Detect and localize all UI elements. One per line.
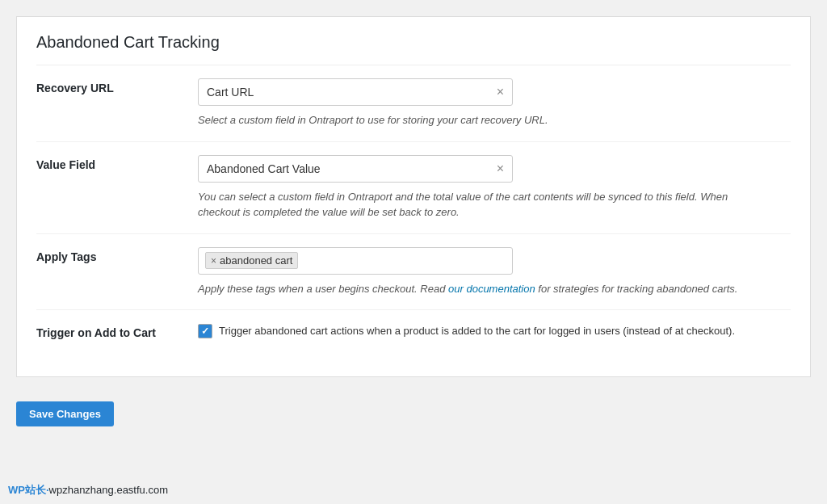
recovery-url-select[interactable]: Cart URL × (198, 78, 513, 106)
settings-card: Abandoned Cart Tracking Recovery URL Car… (16, 16, 811, 377)
value-field-clear-icon[interactable]: × (497, 162, 504, 176)
watermark: WP站长·wpzhanzhang.eastfu.com (8, 483, 168, 498)
apply-tags-row: Apply Tags × abandoned cart Apply these … (36, 233, 791, 310)
trigger-checkbox-row: ✓ Trigger abandoned cart actions when a … (198, 323, 747, 339)
trigger-checkbox-description: Trigger abandoned cart actions when a pr… (219, 323, 735, 339)
tag-label: abandoned cart (220, 254, 292, 267)
recovery-url-clear-icon[interactable]: × (497, 85, 504, 99)
apply-tags-label: Apply Tags (36, 233, 198, 310)
watermark-site: wpzhanzhang.eastfu.com (49, 484, 168, 496)
value-field-value: Abandoned Cart Value (207, 162, 321, 175)
our-documentation-link[interactable]: our documentation (448, 283, 535, 295)
settings-table: Recovery URL Cart URL × Select a custom … (36, 65, 791, 352)
tag-remove-icon[interactable]: × (211, 255, 216, 267)
recovery-url-value: Cart URL (207, 86, 254, 99)
apply-tags-desc-before: Apply these tags when a user begins chec… (198, 283, 448, 295)
trigger-checkbox[interactable]: ✓ (198, 324, 212, 338)
value-field-row: Value Field Abandoned Cart Value × You c… (36, 141, 791, 233)
page-wrapper: Abandoned Cart Tracking Recovery URL Car… (0, 16, 827, 504)
apply-tags-cell: × abandoned cart Apply these tags when a… (198, 233, 791, 310)
recovery-url-row: Recovery URL Cart URL × Select a custom … (36, 65, 791, 141)
value-field-select[interactable]: Abandoned Cart Value × (198, 155, 513, 183)
apply-tags-desc-after: for strategies for tracking abandoned ca… (535, 283, 738, 295)
value-field-description: You can select a custom field in Ontrapo… (198, 189, 747, 220)
recovery-url-description: Select a custom field in Ontraport to us… (198, 112, 747, 128)
value-field-cell: Abandoned Cart Value × You can select a … (198, 141, 791, 233)
recovery-url-cell: Cart URL × Select a custom field in Ontr… (198, 65, 791, 141)
trigger-add-to-cart-label: Trigger on Add to Cart (36, 310, 198, 353)
trigger-add-to-cart-row: Trigger on Add to Cart ✓ Trigger abandon… (36, 310, 791, 353)
apply-tags-description: Apply these tags when a user begins chec… (198, 281, 747, 297)
apply-tags-field[interactable]: × abandoned cart (198, 247, 513, 275)
tag-item-abandoned-cart: × abandoned cart (205, 252, 298, 269)
trigger-add-to-cart-cell: ✓ Trigger abandoned cart actions when a … (198, 310, 791, 353)
recovery-url-label: Recovery URL (36, 65, 198, 141)
checkmark-icon: ✓ (201, 326, 209, 337)
watermark-prefix: WP站长· (8, 484, 49, 496)
save-changes-button[interactable]: Save Changes (16, 401, 114, 426)
value-field-label: Value Field (36, 141, 198, 233)
page-title: Abandoned Cart Tracking (36, 33, 791, 65)
